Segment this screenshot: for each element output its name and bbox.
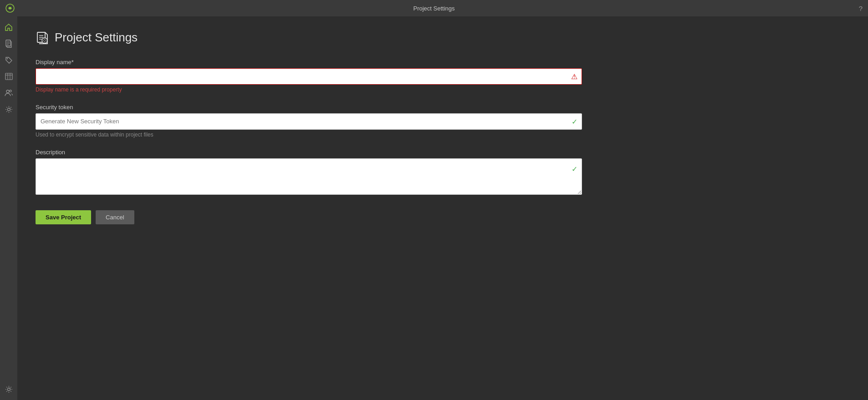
description-textarea[interactable]: [36, 158, 582, 195]
display-name-input[interactable]: [36, 68, 582, 85]
description-textarea-wrapper: ✓: [36, 158, 582, 197]
sidebar-item-document[interactable]: [1, 36, 16, 51]
app-logo: [5, 4, 15, 13]
display-name-error: Display name is a required property: [36, 86, 582, 93]
svg-point-13: [7, 388, 10, 390]
page-header: Project Settings: [36, 30, 850, 45]
description-success-icon: ✓: [572, 165, 577, 173]
svg-point-12: [7, 108, 10, 111]
svg-point-5: [6, 58, 7, 59]
svg-point-18: [42, 38, 47, 43]
display-name-group: Display name* ⚠ Display name is a requir…: [36, 59, 582, 93]
help-icon[interactable]: ?: [859, 5, 863, 12]
save-project-button[interactable]: Save Project: [36, 210, 91, 224]
top-bar-title: Project Settings: [413, 5, 454, 12]
security-token-group: Security token ✓ Used to encrypt sensiti…: [36, 104, 582, 138]
cancel-button[interactable]: Cancel: [96, 210, 134, 224]
description-group: Description ✓: [36, 149, 582, 197]
sidebar-item-table[interactable]: [1, 69, 16, 84]
security-token-hint: Used to encrypt sensitive data within pr…: [36, 132, 582, 138]
security-token-success-icon: ✓: [572, 117, 577, 126]
form-section: Display name* ⚠ Display name is a requir…: [36, 59, 582, 224]
sidebar: [0, 16, 17, 400]
display-name-label: Display name*: [36, 59, 582, 66]
sidebar-item-users[interactable]: [1, 86, 16, 100]
top-bar: Project Settings ?: [0, 0, 868, 16]
sidebar-item-tag[interactable]: [1, 53, 16, 67]
display-name-error-icon: ⚠: [571, 72, 577, 81]
security-token-input[interactable]: [36, 113, 582, 130]
main-layout: Project Settings Display name* ⚠ Display…: [0, 16, 868, 400]
security-token-label: Security token: [36, 104, 582, 111]
description-label: Description: [36, 149, 582, 156]
security-token-input-wrapper: ✓: [36, 113, 582, 130]
svg-point-10: [6, 90, 9, 93]
display-name-input-wrapper: ⚠: [36, 68, 582, 85]
content-area: Project Settings Display name* ⚠ Display…: [17, 16, 868, 400]
page-settings-icon: [36, 30, 49, 45]
svg-point-11: [10, 90, 11, 92]
button-row: Save Project Cancel: [36, 210, 582, 224]
sidebar-item-tools[interactable]: [1, 102, 16, 116]
sidebar-item-settings[interactable]: [1, 382, 16, 396]
svg-rect-6: [5, 73, 12, 80]
page-title: Project Settings: [55, 30, 138, 45]
sidebar-item-home[interactable]: [1, 20, 16, 35]
